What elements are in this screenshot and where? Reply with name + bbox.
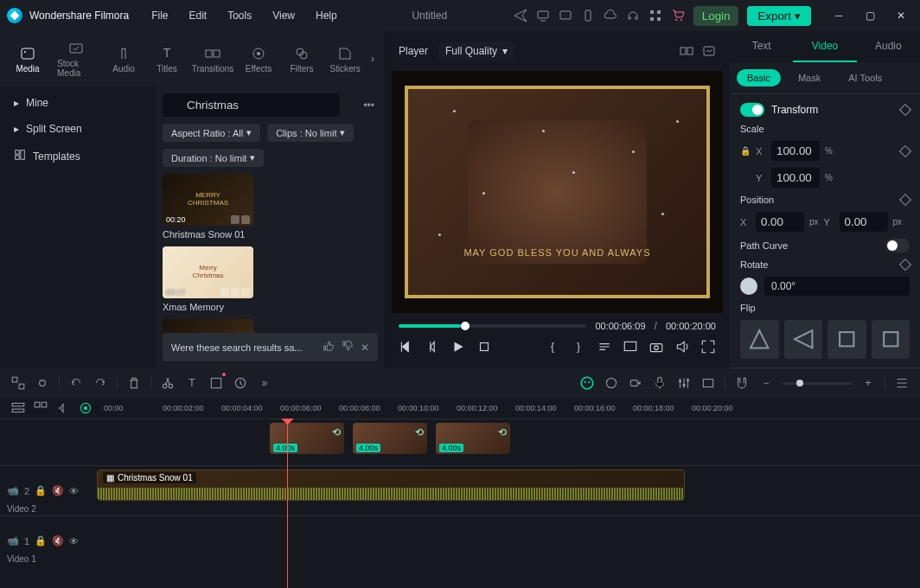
tl-auto-icon[interactable] — [78, 400, 93, 416]
lock-icon[interactable]: 🔒 — [35, 535, 47, 546]
quality-select[interactable]: Full Quality ▾ — [438, 42, 514, 61]
mute-icon[interactable]: 🔇 — [52, 535, 64, 546]
screen-icon[interactable] — [559, 9, 572, 22]
sidebar-item-templates[interactable]: Templates — [0, 142, 156, 170]
more-options-icon[interactable]: ••• — [360, 96, 378, 115]
mark-in-icon[interactable]: { — [545, 339, 560, 355]
rotate-value[interactable]: 0.00° — [764, 277, 910, 296]
lock-icon[interactable]: 🔒 — [740, 146, 751, 156]
volume-icon[interactable] — [674, 339, 690, 355]
sidebar-item-mine[interactable]: ▸Mine — [0, 90, 156, 116]
apps-icon[interactable] — [648, 9, 662, 22]
track-video1-body[interactable] — [97, 516, 920, 566]
tl-select-icon[interactable] — [10, 375, 26, 391]
device-icon[interactable] — [536, 9, 550, 22]
scale-y-input[interactable] — [771, 168, 820, 188]
tl-zoom-in-icon[interactable]: + — [860, 375, 876, 391]
prev-frame-icon[interactable] — [399, 339, 414, 355]
menu-view[interactable]: View — [264, 6, 303, 25]
props-tab-audio[interactable]: Audio — [857, 31, 920, 62]
step-back-icon[interactable] — [425, 339, 440, 355]
sidebar-item-split-screen[interactable]: ▸Split Screen — [0, 116, 156, 142]
progress-thumb[interactable] — [461, 322, 470, 330]
menu-edit[interactable]: Edit — [181, 6, 216, 25]
tl-zoom-slider[interactable] — [783, 382, 852, 385]
timeline-clip[interactable]: 4.00s⟲ Close — [353, 423, 427, 454]
tl-marker-icon[interactable] — [604, 375, 619, 391]
keyframe-transform-icon[interactable] — [899, 104, 911, 116]
tl-speed-icon[interactable] — [233, 375, 248, 391]
tl-zoom-out-icon[interactable]: − — [758, 375, 774, 391]
subtab-mask[interactable]: Mask — [788, 69, 831, 86]
tl-track-manager-icon[interactable] — [10, 400, 26, 416]
video-preview[interactable]: MAY GOD BLESS YOU AND ALWAYS — [392, 71, 723, 313]
tl-redo-icon[interactable] — [93, 375, 108, 391]
close-feedback-icon[interactable]: ✕ — [361, 342, 369, 354]
menu-help[interactable]: Help — [307, 6, 346, 25]
filter-clips[interactable]: Clips : No limit ▾ — [267, 124, 354, 142]
tl-undo-icon[interactable] — [68, 375, 84, 391]
compare-icon[interactable] — [680, 44, 693, 58]
menu-tools[interactable]: Tools — [219, 6, 260, 25]
export-button[interactable]: Export▾ — [747, 6, 811, 26]
menu-file[interactable]: File — [143, 6, 176, 25]
display-icon[interactable] — [623, 339, 638, 355]
track-clips-body[interactable]: 4.00s⟲ 4.00s⟲ Close 4.00s⟲ — [97, 419, 920, 465]
tl-record-icon[interactable] — [628, 375, 643, 391]
cart-icon[interactable] — [671, 9, 685, 22]
subtab-basic[interactable]: Basic — [737, 69, 781, 86]
rotate-left-button[interactable] — [827, 320, 866, 359]
template-item[interactable]: Merry Christmas 00:17 Xmas Memory — [163, 246, 378, 312]
tab-titles[interactable]: TTitles — [146, 42, 188, 77]
flip-vertical-button[interactable] — [784, 320, 823, 359]
tl-crop-icon[interactable] — [208, 375, 224, 391]
tl-mic-icon[interactable] — [652, 375, 668, 391]
filter-duration[interactable]: Duration : No limit ▾ — [163, 149, 264, 167]
track-video2-body[interactable]: ▦Christmas Snow 01 — [97, 466, 920, 515]
tl-delete-icon[interactable] — [126, 375, 142, 391]
props-tab-video[interactable]: Video — [793, 31, 856, 62]
tl-link-icon[interactable] — [35, 375, 50, 391]
mute-icon[interactable]: 🔇 — [52, 485, 64, 496]
stop-icon[interactable] — [476, 339, 492, 355]
tl-zoom-thumb[interactable] — [796, 380, 803, 387]
keyframe-position-icon[interactable] — [899, 194, 911, 206]
tab-stock-media[interactable]: Stock Media — [50, 36, 101, 81]
timeline-clip[interactable]: 4.00s⟲ — [436, 423, 510, 454]
tab-transitions[interactable]: Transitions — [189, 42, 236, 77]
login-button[interactable]: Login — [693, 6, 739, 26]
thumbs-down-icon[interactable] — [342, 340, 354, 355]
keyframe-scale-x-icon[interactable] — [899, 144, 911, 157]
video-track-icon[interactable]: 📹 — [7, 535, 19, 546]
tl-view-icon[interactable] — [894, 375, 910, 391]
play-icon[interactable] — [450, 339, 466, 355]
timeline-ruler[interactable]: 00:00 00:00:02:00 00:00:04:00 00:00:06:0… — [0, 398, 920, 419]
rotate-knob[interactable] — [740, 278, 757, 295]
tabs-scroll-right[interactable]: › — [367, 49, 378, 68]
snapshot-icon[interactable] — [648, 339, 664, 355]
timeline-template-clip[interactable]: ▦Christmas Snow 01 — [97, 470, 685, 501]
progress-bar[interactable] — [399, 324, 586, 328]
tl-ai-icon[interactable] — [579, 375, 595, 391]
tab-filters[interactable]: Filters — [281, 42, 323, 77]
close-button[interactable]: ✕ — [889, 3, 913, 28]
tl-render-icon[interactable] — [700, 375, 716, 391]
minimize-button[interactable]: ─ — [827, 3, 851, 28]
template-item[interactable]: MERRY CHRISTMAS 00:20 Christmas Snow 01 — [163, 174, 378, 240]
tl-split-icon[interactable] — [160, 375, 176, 391]
tab-media[interactable]: Media — [7, 42, 48, 77]
playback-options-icon[interactable] — [597, 339, 612, 355]
timeline-clip[interactable]: 4.00s⟲ — [270, 423, 344, 454]
keyframe-rotate-icon[interactable] — [899, 259, 911, 271]
tl-tracks-icon[interactable] — [33, 400, 48, 416]
search-input[interactable] — [163, 93, 340, 117]
flip-horizontal-button[interactable] — [740, 320, 779, 359]
pos-x-input[interactable] — [756, 212, 804, 232]
playhead[interactable] — [287, 419, 288, 588]
tab-effects[interactable]: Effects — [238, 42, 279, 77]
tl-magnet-icon[interactable] — [734, 375, 750, 391]
visibility-icon[interactable]: 👁 — [69, 486, 79, 496]
headphones-icon[interactable] — [626, 9, 640, 22]
video-track-icon[interactable]: 📹 — [7, 485, 19, 496]
mark-out-icon[interactable]: } — [571, 339, 586, 355]
